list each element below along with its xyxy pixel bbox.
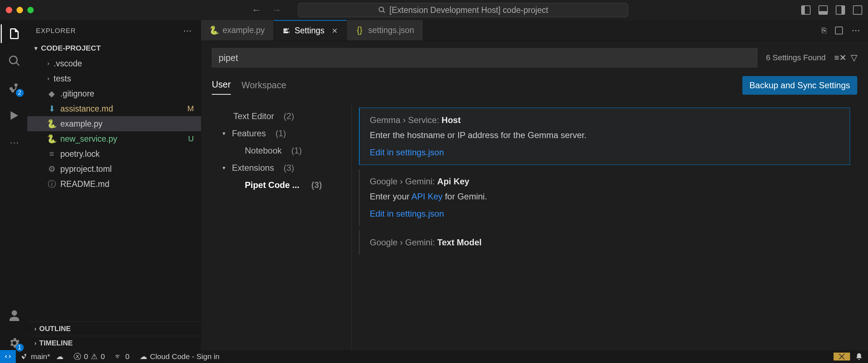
setting-google-gemini-textmodel[interactable]: Google › Gemini: Text Model bbox=[359, 230, 850, 255]
scm-badge: 2 bbox=[16, 89, 24, 97]
ports[interactable]: ᯤ0 bbox=[110, 352, 135, 361]
toc-text-editor[interactable]: Text Editor (2) bbox=[212, 108, 351, 125]
nav-forward-icon[interactable]: → bbox=[271, 4, 281, 16]
markdown-icon: ⬇ bbox=[47, 104, 56, 114]
window-zoom-icon[interactable] bbox=[27, 7, 34, 13]
cloud-icon: ☁ bbox=[140, 352, 147, 361]
activity-search-icon[interactable] bbox=[7, 54, 22, 68]
modified-badge: M bbox=[187, 104, 194, 113]
warning-icon: ⚠ bbox=[91, 352, 98, 361]
tab-example-py[interactable]: 🐍 example.py bbox=[201, 20, 274, 41]
statusbar: main* ☁ ⓧ0 ⚠0 ᯤ0 ☁Cloud Code - Sign in bbox=[0, 350, 868, 363]
editor-group: 🐍 example.py Settings ✕ {} settings.json… bbox=[201, 20, 868, 350]
settings-found-count: 6 Settings Found bbox=[762, 53, 829, 62]
activity-accounts-icon[interactable] bbox=[7, 308, 22, 323]
file-icon: ≡ bbox=[47, 149, 56, 159]
layout-secondary-sidebar-icon[interactable] bbox=[836, 5, 845, 15]
toc-extensions[interactable]: ▾Extensions (3) bbox=[212, 159, 351, 176]
activity-manage-icon[interactable]: 1 bbox=[7, 336, 22, 350]
problems[interactable]: ⓧ0 ⚠0 bbox=[69, 352, 110, 362]
chevron-right-icon: › bbox=[47, 75, 49, 82]
nav-back-icon[interactable]: ← bbox=[251, 4, 261, 16]
scope-user-tab[interactable]: User bbox=[212, 79, 231, 95]
toc-pipet-code[interactable]: Pipet Code ... (3) bbox=[212, 176, 351, 194]
folder-tests[interactable]: ›tests bbox=[27, 71, 201, 86]
chevron-right-icon: › bbox=[34, 340, 36, 346]
remote-indicator[interactable] bbox=[0, 350, 16, 363]
api-key-link[interactable]: API Key bbox=[411, 192, 443, 201]
layout-primary-sidebar-icon[interactable] bbox=[801, 5, 811, 15]
activity-run-debug-icon[interactable] bbox=[7, 108, 22, 123]
folder-name: CODE-PROJECT bbox=[41, 44, 101, 52]
error-icon: ⓧ bbox=[74, 352, 81, 362]
sync-icon[interactable]: ☁ bbox=[56, 352, 64, 361]
layout-panel-icon[interactable] bbox=[818, 5, 828, 15]
command-center[interactable]: [Extension Development Host] code-projec… bbox=[298, 3, 628, 17]
setting-gemma-host[interactable]: ⚙ Gemma › Service: Host Enter the hostna… bbox=[359, 108, 850, 165]
setting-google-gemini-apikey[interactable]: Google › Gemini: Api Key Enter your API … bbox=[359, 169, 850, 226]
file-icon: ◆ bbox=[47, 89, 56, 99]
folder-vscode[interactable]: ›.vscode bbox=[27, 56, 201, 71]
open-json-icon[interactable]: ⎘ bbox=[822, 26, 826, 35]
python-icon: 🐍 bbox=[47, 119, 56, 129]
untracked-badge: U bbox=[188, 134, 194, 143]
activity-bar: 2 ⋯ 1 bbox=[0, 20, 27, 350]
settings-list: ⚙ Gemma › Service: Host Enter the hostna… bbox=[352, 104, 857, 350]
settings-search-input[interactable] bbox=[212, 48, 757, 67]
gear-icon: ⚙ bbox=[47, 164, 56, 174]
radio-icon: ᯤ bbox=[115, 352, 122, 361]
notifications-icon[interactable] bbox=[850, 353, 868, 360]
chevron-down-icon: ▾ bbox=[34, 45, 37, 52]
search-icon bbox=[378, 6, 386, 14]
edit-in-json-link[interactable]: Edit in settings.json bbox=[370, 209, 840, 219]
activity-source-control-icon[interactable]: 2 bbox=[7, 81, 22, 95]
json-icon: {} bbox=[355, 25, 364, 35]
chevron-down-icon: ▾ bbox=[223, 130, 225, 137]
editor-more-icon[interactable]: ⋯ bbox=[851, 25, 860, 36]
live-share-icon[interactable] bbox=[834, 353, 850, 360]
chevron-right-icon: › bbox=[34, 326, 36, 332]
clear-search-icon[interactable]: ≡✕ bbox=[834, 53, 846, 63]
file-new-service-py[interactable]: 🐍new_service.pyU bbox=[27, 131, 201, 146]
chevron-down-icon: ▾ bbox=[223, 165, 225, 171]
file-poetry-lock[interactable]: ≡poetry.lock bbox=[27, 146, 201, 161]
tab-settings[interactable]: Settings ✕ bbox=[274, 20, 347, 41]
editor-tabs: 🐍 example.py Settings ✕ {} settings.json… bbox=[201, 20, 868, 41]
manage-badge: 1 bbox=[16, 344, 24, 352]
python-icon: 🐍 bbox=[210, 25, 218, 35]
customize-layout-icon[interactable] bbox=[853, 5, 862, 15]
sidebar-more-icon[interactable]: ⋯ bbox=[183, 26, 192, 36]
window-minimize-icon[interactable] bbox=[17, 7, 23, 13]
edit-in-json-link[interactable]: Edit in settings.json bbox=[370, 147, 840, 157]
toc-features[interactable]: ▾Features (1) bbox=[212, 125, 351, 142]
explorer-sidebar: EXPLORER ⋯ ▾ CODE-PROJECT ›.vscode ›test… bbox=[27, 20, 201, 350]
file-readme-md[interactable]: ⓘREADME.md bbox=[27, 176, 201, 192]
activity-more-icon[interactable]: ⋯ bbox=[7, 136, 22, 150]
cloud-code[interactable]: ☁Cloud Code - Sign in bbox=[135, 352, 225, 361]
sliders-icon bbox=[283, 27, 290, 35]
python-icon: 🐍 bbox=[47, 134, 56, 144]
file-gitignore[interactable]: ◆.gitignore bbox=[27, 86, 201, 101]
file-example-py[interactable]: 🐍example.py bbox=[27, 116, 201, 131]
git-branch[interactable]: main* ☁ bbox=[16, 352, 69, 361]
folder-header[interactable]: ▾ CODE-PROJECT bbox=[27, 42, 201, 55]
file-assistance-md[interactable]: ⬇assistance.mdM bbox=[27, 101, 201, 116]
activity-explorer-icon[interactable] bbox=[7, 27, 22, 41]
window-close-icon[interactable] bbox=[6, 7, 12, 13]
filter-icon[interactable]: ▽ bbox=[851, 53, 857, 63]
timeline-section[interactable]: ›TIMELINE bbox=[27, 336, 201, 350]
backup-sync-button[interactable]: Backup and Sync Settings bbox=[742, 76, 857, 95]
sidebar-title: EXPLORER bbox=[36, 27, 76, 35]
settings-toc: Text Editor (2) ▾Features (1) Notebook (… bbox=[212, 104, 352, 350]
close-icon[interactable]: ✕ bbox=[332, 27, 338, 35]
window-controls bbox=[6, 7, 34, 13]
toc-notebook[interactable]: Notebook (1) bbox=[212, 142, 351, 159]
file-pyproject-toml[interactable]: ⚙pyproject.toml bbox=[27, 161, 201, 176]
chevron-right-icon: › bbox=[47, 60, 49, 67]
split-editor-icon[interactable] bbox=[835, 27, 843, 34]
tab-settings-json[interactable]: {} settings.json bbox=[347, 20, 423, 41]
scope-workspace-tab[interactable]: Workspace bbox=[242, 80, 286, 95]
command-center-text: [Extension Development Host] code-projec… bbox=[389, 5, 548, 15]
titlebar: ← → [Extension Development Host] code-pr… bbox=[0, 0, 868, 20]
outline-section[interactable]: ›OUTLINE bbox=[27, 321, 201, 336]
